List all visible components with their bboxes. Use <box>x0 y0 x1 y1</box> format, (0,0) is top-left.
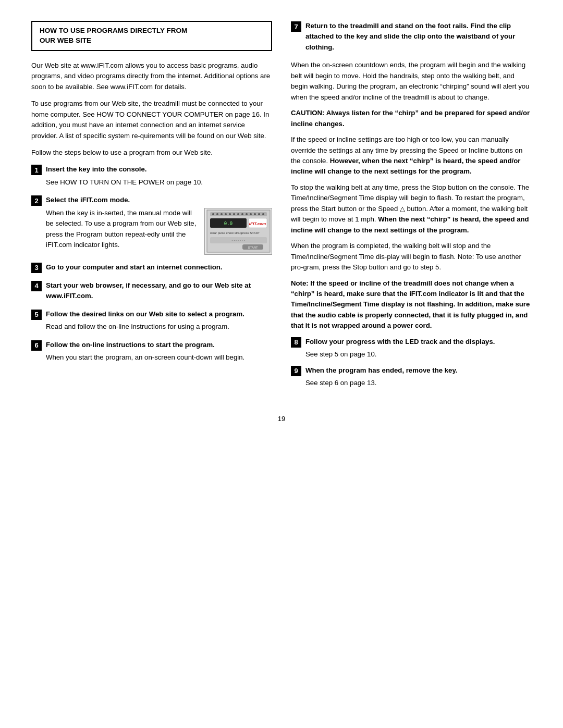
svg-point-8 <box>237 213 239 215</box>
step-1-content: Insert the key into the console. See HOW… <box>46 164 272 188</box>
step-4-title: Start your web browser, if necessary, an… <box>46 281 251 300</box>
svg-point-13 <box>258 213 260 215</box>
step-3-content: Go to your computer and start an interne… <box>46 262 272 273</box>
step-5-content: Follow the desired links on our Web site… <box>46 309 272 332</box>
step-9-content: When the program has ended, remove the k… <box>305 365 532 389</box>
left-column: HOW TO USE PROGRAMS DIRECTLY FROM OUR WE… <box>31 21 272 394</box>
step-1-number: 1 <box>31 165 42 175</box>
right-column: 7 Return to the treadmill and stand on t… <box>291 21 532 394</box>
step-3: 3 Go to your computer and start an inter… <box>31 262 272 273</box>
step-4-number: 4 <box>31 281 42 291</box>
step-2-body-text: When the key is in-serted, the manual mo… <box>46 208 199 251</box>
step-7-content: Return to the treadmill and stand on the… <box>305 21 532 53</box>
step-6-number: 6 <box>31 340 42 351</box>
step-9-number: 9 <box>291 366 301 376</box>
svg-point-9 <box>241 213 243 215</box>
step-5-title: Follow the desired links on our Web site… <box>46 310 244 318</box>
step-8-title: Follow your progress with the LED track … <box>305 338 495 346</box>
step-3-title: Go to your computer and start an interne… <box>46 263 223 271</box>
svg-point-6 <box>229 213 231 215</box>
step-8: 8 Follow your progress with the LED trac… <box>291 337 532 360</box>
svg-point-10 <box>246 213 248 215</box>
step-6-body: When you start the program, an on-screen… <box>46 352 272 363</box>
svg-point-4 <box>221 213 223 215</box>
section-header-box: HOW TO USE PROGRAMS DIRECTLY FROM OUR WE… <box>31 21 272 51</box>
console-image: 0.0 iFIT.com wear pulse chest strap pres… <box>204 208 272 255</box>
right-para-3: To stop the walking belt at any time, pr… <box>291 182 532 236</box>
intro-para-2: To use programs from our Web site, the t… <box>31 98 272 141</box>
step-4-content: Start your web browser, if necessary, an… <box>46 280 272 302</box>
step-6-title: Follow the on-line instructions to start… <box>46 341 215 349</box>
step-7-number: 7 <box>291 21 301 32</box>
svg-point-7 <box>233 213 235 215</box>
svg-point-3 <box>216 213 218 215</box>
step-3-number: 3 <box>31 263 42 273</box>
step-7: 7 Return to the treadmill and stand on t… <box>291 21 532 53</box>
svg-point-11 <box>250 213 252 215</box>
header-title: HOW TO USE PROGRAMS DIRECTLY FROM OUR WE… <box>40 26 264 46</box>
step-1-title: Insert the key into the console. <box>46 165 146 173</box>
step-8-number: 8 <box>291 337 301 348</box>
svg-point-14 <box>262 213 264 215</box>
step-1-body: See HOW TO TURN ON THE POWER on page 10. <box>46 177 272 188</box>
step-6: 6 Follow the on-line instructions to sta… <box>31 340 272 363</box>
step-7-title: Return to the treadmill and stand on the… <box>305 22 515 51</box>
page-number: 19 <box>31 415 532 423</box>
step-6-content: Follow the on-line instructions to start… <box>46 340 272 363</box>
step-5-number: 5 <box>31 310 42 320</box>
intro-para-1: Our Web site at www.iFIT.com allows you … <box>31 60 272 92</box>
step-2-content: Select the iFIT.com mode. When the key i… <box>46 195 272 254</box>
step-2-number: 2 <box>31 195 42 206</box>
step-8-content: Follow your progress with the LED track … <box>305 337 532 360</box>
right-para-2: If the speed or incline settings are too… <box>291 134 532 177</box>
svg-text:press START: press START <box>241 231 260 235</box>
step-9: 9 When the program has ended, remove the… <box>291 365 532 389</box>
svg-text:iFIT.com: iFIT.com <box>249 221 265 226</box>
step-5-body: Read and follow the on-line instructions… <box>46 322 272 332</box>
step-5: 5 Follow the desired links on our Web si… <box>31 309 272 332</box>
svg-text:START: START <box>248 246 258 249</box>
svg-text:wear pulse chest strap: wear pulse chest strap <box>210 231 242 235</box>
intro-para-3: Follow the steps below to use a program … <box>31 147 272 158</box>
step-1: 1 Insert the key into the console. See H… <box>31 164 272 188</box>
caution-text: CAUTION: Always listen for the “chirp” a… <box>291 108 532 129</box>
svg-text:· · · · · · ·: · · · · · · · <box>231 239 244 242</box>
step-2-title: Select the iFIT.com mode. <box>46 196 130 204</box>
step-4: 4 Start your web browser, if necessary, … <box>31 280 272 302</box>
note-text: Note: If the speed or incline of the tre… <box>291 278 532 331</box>
step-9-body: See step 6 on page 13. <box>305 378 532 388</box>
svg-text:0.0: 0.0 <box>224 221 232 226</box>
svg-point-2 <box>212 213 214 215</box>
right-para-1: When the on-screen countdown ends, the p… <box>291 60 532 103</box>
svg-point-5 <box>225 213 227 215</box>
step-2-inner: When the key is in-serted, the manual mo… <box>46 208 272 255</box>
step-9-title: When the program has ended, remove the k… <box>305 366 457 374</box>
right-para-4: When the program is completed, the walki… <box>291 241 532 273</box>
svg-point-12 <box>254 213 256 215</box>
step-2: 2 Select the iFIT.com mode. When the key… <box>31 195 272 254</box>
step-8-body: See step 5 on page 10. <box>305 349 532 360</box>
